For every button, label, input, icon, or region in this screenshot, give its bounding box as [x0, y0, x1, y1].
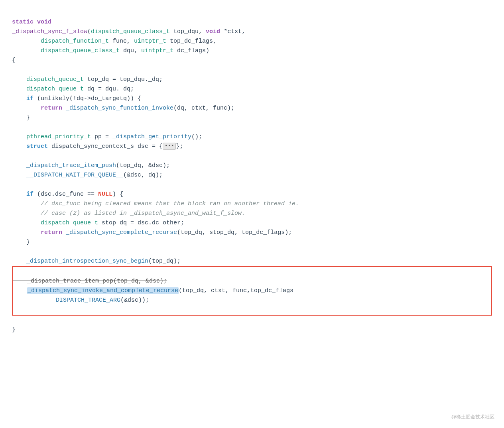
code-plain [12, 220, 41, 226]
strikethrough-line: _dispatch_trace_item_pop(top_dq, &dsc); [13, 278, 167, 285]
fn-call: _dispatch_trace_item_push [26, 162, 116, 169]
keyword-if2: if [26, 191, 33, 198]
code-plain [12, 229, 41, 236]
code-plain [62, 105, 66, 112]
code-plain: dispatch_sync_context_s dsc = { [48, 143, 163, 150]
code-plain: ) { [112, 191, 123, 198]
code-plain: (unlikely(!dq->do_targetq)) { [33, 95, 141, 102]
code-plain: (); [191, 134, 202, 140]
code-plain: } [12, 114, 30, 121]
code-plain: }; [176, 143, 183, 150]
type: dispatch_queue_class_t [91, 28, 170, 35]
code-plain [12, 258, 26, 265]
fn-call: _dispatch_sync_complete_recurse [66, 229, 177, 236]
code-plain: (&dsc)); [120, 297, 149, 304]
code-plain: } [12, 239, 30, 245]
closing-brace: } [12, 316, 492, 335]
type: dispatch_queue_t [26, 76, 84, 83]
ellipsis-box: ••• [163, 143, 176, 150]
type: uintptr_t [141, 47, 173, 54]
comment-line: // dsc_func being cleared means that the… [12, 200, 299, 207]
fn-call: _dispatch_introspection_sync_begin [26, 258, 148, 265]
keyword-if: if [26, 95, 33, 102]
code-plain: dq = dqu._dq; [84, 86, 134, 92]
keyword-return: return [41, 105, 62, 112]
code-plain: pp = [91, 134, 112, 140]
blank-line [12, 67, 16, 73]
blank-line [12, 181, 16, 188]
code-plain: (top_dq); [148, 258, 181, 265]
fn-call: __DISPATCH_WAIT_FOR_QUEUE__ [26, 172, 123, 179]
code-plain: (dq, ctxt, func); [173, 105, 234, 112]
code-plain: } [12, 326, 16, 333]
type: dispatch_function_t [41, 38, 109, 45]
code-plain [13, 287, 27, 294]
code-plain [12, 86, 26, 92]
fn-call: DISPATCH_TRACE_ARG [56, 297, 120, 304]
type: pthread_priority_t [26, 134, 91, 140]
code-plain: stop_dq = dsc.dc_other; [98, 220, 184, 226]
code-plain: (dsc.dsc_func == [33, 191, 98, 198]
code-plain: func, [109, 38, 134, 45]
keyword-return2: return [41, 229, 62, 236]
code-plain: *ctxt, [220, 28, 245, 35]
type: dispatch_queue_t [26, 86, 84, 92]
code-plain: (top_dq, stop_dq, top_dc_flags); [177, 229, 292, 236]
code-plain: top_dqu, [170, 28, 206, 35]
keyword-void2: void [206, 28, 220, 35]
blank-line [12, 124, 16, 131]
highlighted-text: _dispatch_sync_invoke_and_complete_recur… [27, 287, 179, 294]
keyword-struct: struct [26, 143, 48, 150]
code-plain: dqu, [120, 47, 141, 54]
code-plain [12, 38, 41, 45]
code-plain: top_dq = top_dqu._dq; [84, 76, 163, 83]
comment-line: // case (2) as listed in _dispatch_async… [12, 210, 245, 217]
code-plain: dc_flags) [173, 47, 209, 54]
code-plain: ( [87, 28, 91, 35]
code-plain [12, 191, 26, 198]
code-plain [12, 47, 41, 54]
type: dispatch_queue_class_t [41, 47, 120, 54]
code-plain [12, 134, 26, 140]
type: uintptr_t [134, 38, 166, 45]
fn-name: _dispatch_sync_f_slow [12, 28, 87, 35]
code-plain: (top_dq, &dsc); [116, 162, 170, 169]
type: dispatch_queue_t [41, 220, 98, 226]
red-box: _dispatch_trace_item_pop(top_dq, &dsc); … [12, 266, 492, 316]
null-value: NULL [98, 191, 112, 198]
code-plain: { [12, 57, 16, 64]
red-box-content: _dispatch_trace_item_pop(top_dq, &dsc); … [13, 267, 491, 315]
code-plain [12, 95, 26, 102]
code-plain [62, 229, 66, 236]
code-plain: (&dsc, dq); [123, 172, 163, 179]
keyword-void: void [37, 19, 51, 26]
keyword-static: static [12, 19, 33, 26]
blank-line [12, 153, 16, 159]
fn-call: _dispatch_get_priority [112, 134, 191, 140]
code-plain [12, 105, 41, 112]
code-plain [12, 172, 26, 179]
code-plain [12, 162, 26, 169]
blank-line [12, 248, 16, 255]
code-plain: top_dc_flags, [166, 38, 217, 45]
code-plain [13, 297, 56, 304]
code-plain [12, 76, 26, 83]
code-plain [12, 143, 26, 150]
fn-call: _dispatch_sync_function_invoke [66, 105, 173, 112]
fn-highlighted: _dispatch_sync_invoke_and_complete_recur… [28, 287, 178, 294]
code-block: static void _dispatch_sync_f_slow(dispat… [12, 8, 492, 266]
watermark: @稀土掘金技术社区 [451, 413, 494, 421]
code-plain: (top_dq, ctxt, func,top_dc_flags [179, 287, 293, 294]
